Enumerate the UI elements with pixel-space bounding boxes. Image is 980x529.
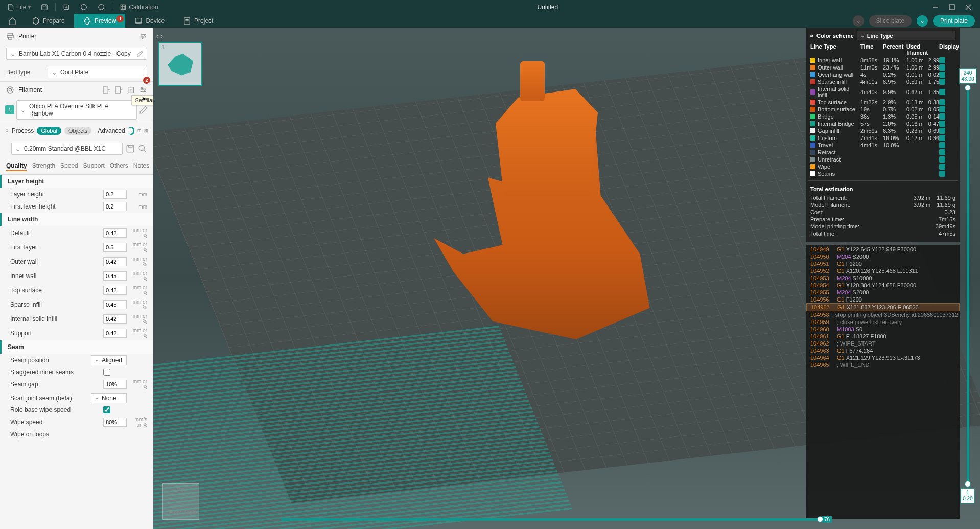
gcode-panel[interactable]: 104949G1 X122.645 Y122.949 F30000104950M… (806, 245, 960, 519)
process-tab-quality[interactable]: Quality (6, 161, 27, 171)
cs-display-toggle[interactable] (939, 89, 945, 95)
minimize-button[interactable] (932, 4, 939, 11)
redo-button[interactable] (92, 2, 110, 13)
cs-display-toggle[interactable] (939, 57, 945, 63)
setting-input[interactable] (103, 271, 127, 281)
calibration-button[interactable]: Calibration (114, 2, 163, 13)
hslider-thumb[interactable] (817, 516, 823, 522)
gcode-line-104952[interactable]: 104952G1 X120.126 Y125.468 E.11311 (806, 267, 960, 274)
file-menu[interactable]: File ▾ (2, 2, 36, 13)
preset-save-icon[interactable] (126, 144, 135, 153)
cs-display-toggle[interactable] (939, 135, 945, 141)
process-tab-support[interactable]: Support (83, 161, 105, 171)
filament-swatch-1[interactable]: 1 (5, 105, 14, 114)
slice-plate-button[interactable]: Slice plate (869, 15, 912, 27)
gcode-line-104961[interactable]: 104961G1 E-.18827 F1800 (806, 333, 960, 340)
collapse-icon[interactable]: ≈ (810, 33, 813, 39)
viewport-3d[interactable]: ‹ › 1 Top Front Right ≈ Color scheme Lin… (153, 28, 980, 529)
cs-display-toggle[interactable] (939, 171, 945, 177)
preset-search-icon[interactable] (138, 144, 147, 153)
bed-type-dropdown[interactable]: Cool Plate (48, 66, 147, 78)
tab-prepare[interactable]: Prepare (22, 14, 74, 28)
process-tab-others[interactable]: Others (110, 161, 128, 171)
maximize-button[interactable] (948, 4, 955, 11)
setting-checkbox[interactable] (103, 369, 110, 376)
gcode-line-104960[interactable]: 104960M1003 S0 (806, 326, 960, 333)
cs-display-toggle[interactable] (939, 156, 945, 163)
export-button[interactable] (58, 2, 75, 13)
cs-display-toggle[interactable] (939, 121, 945, 127)
gcode-line-104965[interactable]: 104965; WIPE_END (806, 361, 960, 369)
edit-icon[interactable] (136, 50, 144, 57)
gcode-line-104957[interactable]: 104957G1 X121.837 Y123.206 E.06523 (806, 303, 960, 311)
undo-button[interactable] (75, 2, 92, 13)
setting-input[interactable] (103, 190, 127, 199)
process-tab-speed[interactable]: Speed (60, 161, 78, 171)
save-button[interactable] (36, 2, 53, 13)
gcode-line-104949[interactable]: 104949G1 X122.645 Y122.949 F30000 (806, 246, 960, 253)
objects-pill[interactable]: Objects (64, 127, 91, 135)
setting-input[interactable] (103, 329, 127, 338)
setting-input[interactable] (103, 228, 127, 238)
process-layout-icon[interactable] (144, 126, 148, 135)
process-tab-notes[interactable]: Notes (133, 161, 149, 171)
remove-filament-icon[interactable] (114, 86, 123, 94)
gcode-line-104962[interactable]: 104962; WIPE_START (806, 340, 960, 347)
plate-thumbnail-1[interactable]: 1 (158, 42, 202, 86)
cs-display-toggle[interactable] (939, 164, 945, 170)
filament-1-dropdown[interactable]: Obico PLA Overture Silk PLA Rainbow (16, 100, 137, 120)
filament-settings-icon[interactable] (139, 86, 147, 94)
cs-display-toggle[interactable] (939, 99, 945, 105)
group-header-layer-height[interactable]: Layer height (0, 175, 153, 188)
gcode-line-104958[interactable]: 104958; stop printing object 3DBenchy id… (806, 311, 960, 318)
vertical-slider[interactable]: 24048.00 10.20 (959, 68, 977, 503)
tab-device[interactable]: Device (125, 14, 174, 28)
cs-display-toggle[interactable] (939, 79, 945, 85)
cs-display-toggle[interactable] (939, 72, 945, 78)
gcode-line-104951[interactable]: 104951G1 F1200 (806, 260, 960, 267)
setting-input[interactable] (103, 202, 127, 211)
gcode-line-104959[interactable]: 104959; close powerlost recovery (806, 318, 960, 326)
cs-display-toggle[interactable] (939, 142, 945, 148)
print-dropdown[interactable]: ⌄ (917, 15, 928, 27)
group-header-seam[interactable]: Seam (0, 340, 153, 354)
process-preset-dropdown[interactable]: 0.20mm Standard @BBL X1C (11, 143, 123, 155)
printer-preset-dropdown[interactable]: Bambu Lab X1 Carbon 0.4 nozzle - Copy (6, 48, 147, 60)
filament-edit-icon[interactable] (139, 105, 148, 114)
gcode-line-104955[interactable]: 104955M204 S2000 (806, 289, 960, 296)
vslider-thumb-top[interactable] (965, 85, 971, 91)
tab-preview[interactable]: Preview1 (74, 14, 126, 28)
setting-input[interactable] (103, 286, 127, 295)
setting-checkbox[interactable] (103, 406, 110, 413)
print-plate-button[interactable]: Print plate (933, 15, 975, 27)
tab-project[interactable]: Project (174, 14, 222, 28)
add-filament-icon[interactable] (102, 86, 110, 94)
group-header-line-width[interactable]: Line width (0, 213, 153, 226)
printer-settings-icon[interactable] (139, 32, 147, 40)
cs-display-toggle[interactable] (939, 64, 945, 71)
cs-display-toggle[interactable] (939, 128, 945, 134)
cs-display-toggle[interactable] (939, 113, 945, 120)
process-tab-strength[interactable]: Strength (32, 161, 55, 171)
gcode-line-104953[interactable]: 104953M204 S10000 (806, 274, 960, 282)
compare-icon[interactable] (137, 126, 142, 135)
gcode-line-104956[interactable]: 104956G1 F1200 (806, 296, 960, 303)
tab-home[interactable] (2, 14, 22, 28)
collapse-panel-handle[interactable]: ‹ › (156, 32, 163, 40)
close-button[interactable] (965, 4, 972, 11)
setting-input[interactable] (103, 257, 127, 266)
axis-widget[interactable]: Top Front Right (162, 483, 199, 520)
setting-input[interactable] (103, 243, 127, 252)
sync-filament-icon[interactable] (127, 86, 135, 94)
cs-display-toggle[interactable] (939, 106, 945, 112)
vslider-thumb-bottom[interactable] (965, 481, 971, 487)
gcode-line-104964[interactable]: 104964G1 X121.129 Y123.913 E-.31173 (806, 354, 960, 361)
advanced-toggle[interactable] (128, 127, 134, 135)
horizontal-slider[interactable]: 76 (281, 516, 832, 523)
settings-list[interactable]: Layer heightLayer heightmmFirst layer he… (0, 175, 153, 529)
color-scheme-dropdown[interactable]: Line Type (857, 31, 955, 40)
setting-dropdown[interactable]: Aligned (91, 355, 127, 365)
gcode-line-104950[interactable]: 104950M204 S2000 (806, 253, 960, 260)
gcode-line-104963[interactable]: 104963G1 F5774.264 (806, 347, 960, 354)
gcode-line-104954[interactable]: 104954G1 X120.384 Y124.658 F30000 (806, 282, 960, 289)
